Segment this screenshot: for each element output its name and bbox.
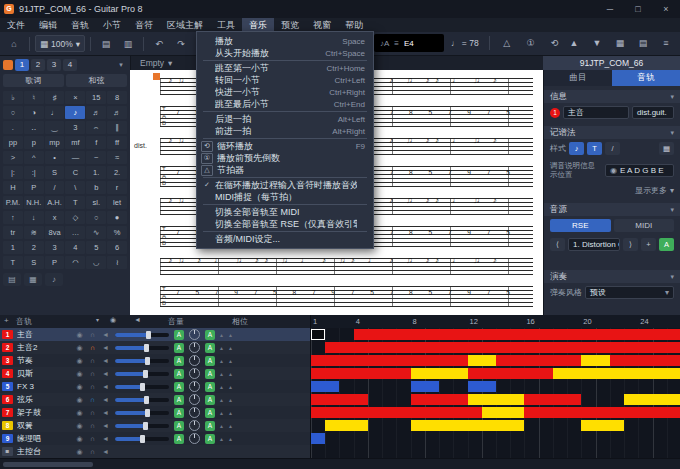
- midi-button[interactable]: MIDI: [614, 219, 675, 232]
- master-track-row[interactable]: ≡主控台◉∩◄: [0, 445, 310, 458]
- palette-symbol[interactable]: 8va: [45, 226, 65, 239]
- palette-symbol[interactable]: ×: [65, 91, 85, 104]
- voice-button-3[interactable]: 3: [47, 59, 61, 71]
- slash-notation-icon[interactable]: /: [605, 142, 620, 155]
- menu-item-row[interactable]: ✓在循环播放过程输入音符时播放音效: [197, 179, 373, 191]
- voice-button-1[interactable]: 1: [15, 59, 29, 71]
- timeline-segment[interactable]: [496, 355, 581, 366]
- menubar-item-音乐[interactable]: 音乐: [242, 18, 274, 32]
- voice-button-4[interactable]: 4: [63, 59, 77, 71]
- tab-notation-icon[interactable]: T: [587, 142, 602, 155]
- soundbank-field[interactable]: 1. Distortion Guitar_Edit: [568, 238, 620, 251]
- menu-item-row[interactable]: ⟲循环播放F9: [197, 140, 373, 152]
- menu-item-row[interactable]: ①播放前预先倒数: [197, 152, 373, 164]
- spin-up-icon[interactable]: ▲: [217, 345, 226, 351]
- volume-automation-button[interactable]: A: [174, 369, 184, 379]
- palette-symbol[interactable]: 3: [65, 121, 85, 134]
- palette-symbol[interactable]: ●: [107, 211, 127, 224]
- eye-icon[interactable]: ◉: [73, 344, 86, 352]
- spin-up-icon[interactable]: ▲: [226, 384, 235, 390]
- palette-symbol[interactable]: pp: [3, 136, 23, 149]
- palette-symbol[interactable]: T: [3, 256, 23, 269]
- palette-symbol[interactable]: 3: [45, 241, 65, 254]
- standard-notation-icon[interactable]: ♪: [569, 142, 584, 155]
- menu-item-row[interactable]: 快进一小节Ctrl+Right: [197, 86, 373, 98]
- timeline-segment[interactable]: [311, 355, 468, 366]
- palette-symbol[interactable]: ≈: [107, 151, 127, 164]
- tab-song[interactable]: 曲目: [544, 70, 612, 86]
- timeline-segment[interactable]: [581, 355, 609, 366]
- pan-knob[interactable]: [189, 394, 200, 405]
- eye-icon[interactable]: ◉: [73, 383, 86, 391]
- chevron-down-icon[interactable]: ▾: [115, 61, 127, 69]
- eye-icon[interactable]: ◉: [73, 357, 86, 365]
- menubar-item-区域主解[interactable]: 区域主解: [160, 18, 210, 32]
- palette-symbol[interactable]: •: [45, 151, 65, 164]
- palette-symbol[interactable]: P.M.: [3, 196, 23, 209]
- palette-symbol[interactable]: …: [65, 226, 85, 239]
- palette-symbol[interactable]: 2.: [107, 166, 127, 179]
- prev-sound-icon[interactable]: ⟨: [550, 238, 565, 251]
- palette-symbol[interactable]: :|: [24, 166, 44, 179]
- palette-symbol[interactable]: ◇: [65, 211, 85, 224]
- timeline-segment[interactable]: [524, 407, 680, 418]
- home-icon[interactable]: ⌂: [4, 36, 24, 52]
- pan-automation-button[interactable]: A: [205, 382, 215, 392]
- palette-symbol[interactable]: ‥: [24, 121, 44, 134]
- palette-symbol[interactable]: N.H.: [24, 196, 44, 209]
- palette-symbol[interactable]: %: [107, 226, 127, 239]
- spin-up-icon[interactable]: ▲: [217, 423, 226, 429]
- palette-symbol[interactable]: P: [45, 256, 65, 269]
- redo-icon[interactable]: ↷: [171, 36, 191, 52]
- menubar-item-视窗[interactable]: 视窗: [306, 18, 338, 32]
- palette-symbol[interactable]: 1.: [86, 166, 106, 179]
- palette-symbol[interactable]: S: [24, 256, 44, 269]
- menubar-item-编辑[interactable]: 编辑: [32, 18, 64, 32]
- volume-automation-button[interactable]: A: [174, 395, 184, 405]
- headphones-icon[interactable]: ∩: [86, 331, 99, 338]
- palette-symbol[interactable]: ≋: [24, 226, 44, 239]
- tab-track[interactable]: 音轨: [612, 70, 680, 86]
- speaker-icon[interactable]: ◄: [99, 383, 112, 390]
- pan-automation-button[interactable]: A: [205, 330, 215, 340]
- headphones-icon[interactable]: ∩: [86, 396, 99, 403]
- palette-symbol[interactable]: b: [86, 181, 106, 194]
- volume-automation-button[interactable]: A: [174, 330, 184, 340]
- fretboard-icon[interactable]: ▦: [24, 273, 42, 286]
- section-play-header[interactable]: 演奏 ▾: [544, 270, 680, 283]
- next-sound-icon[interactable]: ⟩: [623, 238, 638, 251]
- menubar-item-小节[interactable]: 小节: [96, 18, 128, 32]
- timeline-segment[interactable]: [311, 394, 368, 405]
- pan-automation-button[interactable]: A: [205, 369, 215, 379]
- spin-up-icon[interactable]: ▲: [226, 423, 235, 429]
- volume-handle[interactable]: [145, 357, 150, 365]
- speaker-icon[interactable]: ◄: [99, 448, 112, 455]
- palette-symbol[interactable]: ↓: [24, 211, 44, 224]
- palette-symbol[interactable]: ~: [86, 151, 106, 164]
- spin-up-icon[interactable]: ▲: [226, 345, 235, 351]
- palette-symbol[interactable]: ∥: [107, 121, 127, 134]
- palette-symbol[interactable]: S: [45, 166, 65, 179]
- pan-knob[interactable]: [189, 420, 200, 431]
- palette-symbol[interactable]: H: [3, 181, 23, 194]
- track-row[interactable]: 8双簧◉∩◄AA▲▲: [0, 419, 310, 432]
- palette-symbol[interactable]: let: [107, 196, 127, 209]
- menu-item-row[interactable]: MIDI捕捉（每节拍）: [197, 191, 373, 203]
- palette-symbol[interactable]: ≀: [107, 256, 127, 269]
- palette-symbol[interactable]: ♬: [107, 106, 127, 119]
- timeline-segment[interactable]: [624, 394, 680, 405]
- palette-symbol[interactable]: ^: [24, 151, 44, 164]
- horizontal-scrollbar[interactable]: [3, 462, 93, 467]
- volume-slider[interactable]: [115, 372, 169, 376]
- volume-slider[interactable]: [115, 437, 169, 441]
- note-icon[interactable]: ♪: [45, 273, 63, 286]
- speaker-icon[interactable]: ◄: [99, 396, 112, 403]
- volume-slider[interactable]: [115, 359, 169, 363]
- eye-icon[interactable]: ◉: [73, 422, 86, 430]
- headphones-icon[interactable]: ∩: [86, 344, 99, 351]
- volume-automation-button[interactable]: A: [174, 408, 184, 418]
- track-row[interactable]: 2主音2◉∩◄AA▲▲: [0, 341, 310, 354]
- play-style-dropdown[interactable]: 预设 ▾: [585, 286, 674, 299]
- palette-mode-和弦[interactable]: 和弦: [66, 74, 127, 87]
- timeline-segment[interactable]: [354, 329, 680, 340]
